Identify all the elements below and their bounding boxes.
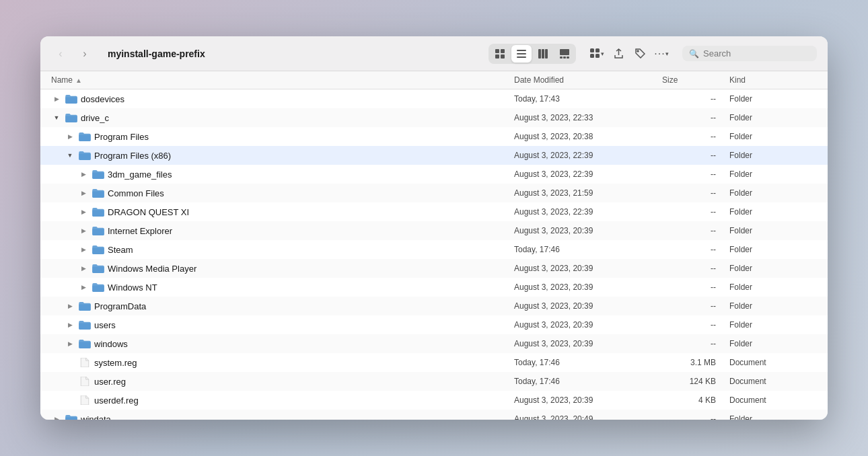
icon-view-button[interactable] bbox=[490, 45, 510, 63]
expand-icon[interactable]: ▶ bbox=[78, 244, 89, 255]
list-view-button[interactable] bbox=[511, 45, 532, 63]
size-cell: -- bbox=[662, 264, 729, 273]
expand-icon[interactable]: ▶ bbox=[65, 319, 75, 330]
date-modified-cell: August 3, 2023, 22:39 bbox=[514, 207, 662, 217]
file-name-cell: ▶ Windows Media Player bbox=[51, 263, 514, 274]
date-modified-cell: August 3, 2023, 20:49 bbox=[514, 414, 662, 420]
file-name-cell: userdef.reg bbox=[51, 395, 514, 406]
table-row[interactable]: userdef.reg August 3, 2023, 20:39 4 KB D… bbox=[40, 391, 828, 410]
folder-icon bbox=[79, 320, 91, 330]
expand-icon[interactable]: ▶ bbox=[78, 169, 89, 180]
expand-icon[interactable]: ▶ bbox=[65, 301, 75, 311]
file-name-cell: ▶ users bbox=[51, 319, 514, 330]
file-name: system.reg bbox=[94, 358, 137, 368]
file-name: dosdevices bbox=[81, 94, 124, 104]
table-row[interactable]: ▶ windows August 3, 2023, 20:39 -- Folde… bbox=[40, 334, 828, 353]
view-options-button[interactable]: ▾ bbox=[587, 44, 607, 63]
action-buttons: ▾ ··· ▾ bbox=[587, 44, 672, 63]
column-view-button[interactable] bbox=[533, 45, 553, 63]
date-modified-cell: Today, 17:46 bbox=[514, 358, 662, 367]
table-row[interactable]: ▶ Program Files August 3, 2023, 20:38 --… bbox=[40, 127, 828, 146]
file-name: drive_c bbox=[81, 113, 109, 123]
size-cell: -- bbox=[662, 188, 729, 198]
table-row[interactable]: ▶ dosdevices Today, 17:43 -- Folder bbox=[40, 89, 828, 108]
table-row[interactable]: ▶ Steam Today, 17:46 -- Folder bbox=[40, 240, 828, 259]
folder-icon bbox=[92, 264, 104, 273]
size-cell: -- bbox=[662, 113, 729, 122]
table-row[interactable]: ▶ DRAGON QUEST XI August 3, 2023, 22:39 … bbox=[40, 202, 828, 221]
date-modified-cell: August 3, 2023, 20:39 bbox=[514, 395, 662, 405]
svg-rect-6 bbox=[517, 56, 526, 58]
expand-icon[interactable]: ▶ bbox=[65, 131, 75, 142]
tag-button[interactable] bbox=[630, 44, 650, 63]
kind-cell: Folder bbox=[729, 94, 817, 104]
date-modified-cell: August 3, 2023, 22:39 bbox=[514, 169, 662, 179]
folder-icon bbox=[92, 188, 104, 198]
kind-cell: Folder bbox=[729, 226, 817, 235]
kind-cell: Folder bbox=[729, 132, 817, 141]
kind-cell: Folder bbox=[729, 113, 817, 122]
folder-icon bbox=[79, 151, 91, 160]
size-cell: 4 KB bbox=[662, 395, 729, 405]
date-modified-cell: August 3, 2023, 20:39 bbox=[514, 226, 662, 235]
table-row[interactable]: ▶ Windows NT August 3, 2023, 20:39 -- Fo… bbox=[40, 278, 828, 297]
size-cell: -- bbox=[662, 414, 729, 420]
kind-cell: Folder bbox=[729, 320, 817, 330]
svg-rect-3 bbox=[501, 54, 505, 59]
more-button[interactable]: ··· ▾ bbox=[651, 44, 672, 63]
document-icon bbox=[79, 377, 91, 386]
svg-rect-11 bbox=[560, 56, 563, 59]
size-cell: -- bbox=[662, 132, 729, 141]
expand-icon[interactable]: ▶ bbox=[78, 282, 89, 293]
table-row[interactable]: system.reg Today, 17:46 3.1 MB Document bbox=[40, 353, 828, 372]
table-row[interactable]: user.reg Today, 17:46 124 KB Document bbox=[40, 372, 828, 391]
collapse-icon[interactable]: ▼ bbox=[65, 150, 75, 161]
forward-button[interactable]: › bbox=[75, 44, 94, 63]
view-switcher bbox=[489, 44, 576, 64]
column-headers: Name ▲ Date Modified Size Kind bbox=[40, 71, 828, 89]
search-input[interactable] bbox=[703, 48, 810, 59]
file-name-cell: user.reg bbox=[51, 377, 514, 387]
file-name-cell: ▶ dosdevices bbox=[51, 93, 514, 104]
size-column-header[interactable]: Size bbox=[662, 75, 729, 85]
size-cell: -- bbox=[662, 320, 729, 330]
expand-icon[interactable]: ▶ bbox=[78, 225, 89, 236]
document-icon bbox=[79, 395, 91, 405]
date-modified-cell: August 3, 2023, 22:33 bbox=[514, 113, 662, 122]
file-name-cell: ▶ Program Files bbox=[51, 131, 514, 142]
gallery-view-button[interactable] bbox=[554, 45, 575, 63]
file-name-cell: ▶ windows bbox=[51, 338, 514, 349]
table-row[interactable]: ▼ drive_c August 3, 2023, 22:33 -- Folde… bbox=[40, 108, 828, 127]
expand-icon[interactable]: ▶ bbox=[51, 414, 62, 420]
toolbar: ‹ › myinstall-game-prefix bbox=[40, 36, 828, 71]
expand-icon[interactable]: ▶ bbox=[65, 338, 75, 349]
table-row[interactable]: ▶ Windows Media Player August 3, 2023, 2… bbox=[40, 259, 828, 278]
svg-rect-4 bbox=[517, 50, 526, 51]
expand-icon[interactable]: ▶ bbox=[78, 188, 89, 198]
size-cell: -- bbox=[662, 339, 729, 348]
file-name-cell: ▶ windata bbox=[51, 414, 514, 420]
expand-icon[interactable]: ▶ bbox=[78, 206, 89, 217]
svg-rect-5 bbox=[517, 53, 526, 54]
table-row[interactable]: ▶ 3dm_game_files August 3, 2023, 22:39 -… bbox=[40, 165, 828, 184]
svg-rect-14 bbox=[590, 48, 594, 52]
share-button[interactable] bbox=[608, 44, 628, 63]
date-modified-cell: August 3, 2023, 20:39 bbox=[514, 282, 662, 292]
file-name: DRAGON QUEST XI bbox=[108, 207, 189, 217]
table-row[interactable]: ▶ ProgramData August 3, 2023, 20:39 -- F… bbox=[40, 297, 828, 315]
table-row[interactable]: ▶ windata August 3, 2023, 20:49 -- Folde… bbox=[40, 410, 828, 420]
table-row[interactable]: ▶ users August 3, 2023, 20:39 -- Folder bbox=[40, 315, 828, 334]
kind-column-header[interactable]: Kind bbox=[729, 75, 817, 85]
table-row[interactable]: ▶ Common Files August 3, 2023, 21:59 -- … bbox=[40, 184, 828, 202]
expand-icon[interactable]: ▶ bbox=[51, 93, 62, 104]
svg-rect-0 bbox=[495, 49, 499, 53]
table-row[interactable]: ▶ Internet Explorer August 3, 2023, 20:3… bbox=[40, 221, 828, 240]
name-column-header[interactable]: Name ▲ bbox=[51, 75, 514, 85]
table-row[interactable]: ▼ Program Files (x86) August 3, 2023, 22… bbox=[40, 146, 828, 165]
expand-icon[interactable]: ▶ bbox=[78, 263, 89, 274]
date-column-header[interactable]: Date Modified bbox=[514, 75, 662, 85]
collapse-icon[interactable]: ▼ bbox=[51, 112, 62, 123]
back-button[interactable]: ‹ bbox=[51, 44, 70, 63]
size-cell: -- bbox=[662, 245, 729, 254]
file-name-cell: ▶ 3dm_game_files bbox=[51, 169, 514, 180]
